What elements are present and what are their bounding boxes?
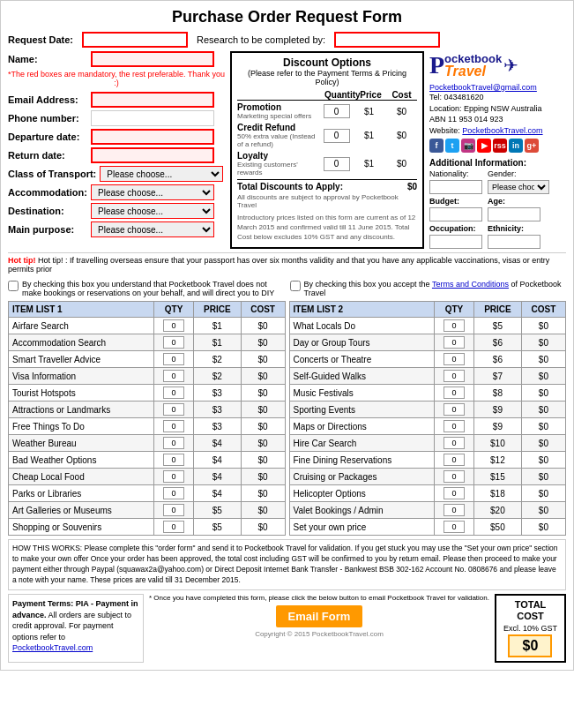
name-input[interactable] bbox=[91, 51, 214, 67]
item-qty[interactable] bbox=[154, 469, 194, 485]
discount-credit-qty[interactable] bbox=[324, 129, 350, 143]
item-qty[interactable] bbox=[435, 435, 474, 452]
class-select[interactable]: Please choose... Economy Business First … bbox=[100, 166, 223, 182]
age-label: Age: bbox=[488, 197, 540, 206]
facebook-icon[interactable]: f bbox=[429, 139, 444, 153]
discount-promotion-cost: $0 bbox=[386, 107, 417, 116]
phone-input[interactable] bbox=[91, 110, 214, 126]
item-name: Shopping or Souvenirs bbox=[9, 519, 154, 536]
checkbox2[interactable] bbox=[290, 281, 301, 291]
logo-website: Website: PocketbookTravel.com bbox=[429, 125, 543, 137]
item-price: $4 bbox=[193, 435, 241, 452]
googleplus-icon[interactable]: g+ bbox=[525, 139, 539, 153]
instagram-icon[interactable]: 📷 bbox=[461, 139, 475, 153]
item-qty[interactable] bbox=[154, 351, 194, 368]
item-name: Smart Traveller Advice bbox=[9, 351, 154, 368]
table-row: Weather Bureau $4 $0 bbox=[9, 435, 286, 452]
payment-link[interactable]: PocketbookTravel.com bbox=[12, 643, 93, 652]
item-cost: $0 bbox=[241, 385, 285, 402]
accommodation-label: Accommodation: bbox=[8, 187, 87, 198]
table-row: Valet Bookings / Admin $20 $0 bbox=[289, 502, 566, 519]
twitter-icon[interactable]: t bbox=[445, 139, 459, 153]
nationality-input[interactable] bbox=[429, 180, 482, 194]
item-qty[interactable] bbox=[154, 368, 194, 385]
item-name: Visa Information bbox=[9, 368, 154, 385]
research-label: Research to be completed by: bbox=[197, 34, 325, 45]
item-name: Art Galleries or Museums bbox=[9, 502, 154, 519]
item-cost: $0 bbox=[521, 502, 565, 519]
request-date-input[interactable] bbox=[82, 32, 188, 48]
youtube-icon[interactable]: ▶ bbox=[477, 139, 491, 153]
item-cost: $0 bbox=[521, 402, 565, 418]
item-qty[interactable] bbox=[435, 469, 474, 485]
rss-icon[interactable]: rss bbox=[493, 139, 507, 153]
item-qty[interactable] bbox=[435, 385, 474, 402]
item-qty[interactable] bbox=[154, 452, 194, 469]
item-price: $8 bbox=[473, 385, 521, 402]
item-qty[interactable] bbox=[154, 318, 194, 334]
item-qty[interactable] bbox=[154, 485, 194, 502]
email-input[interactable] bbox=[91, 92, 214, 108]
table-row: Hire Car Search $10 $0 bbox=[289, 435, 566, 452]
table-row: Concerts or Theatre $6 $0 bbox=[289, 351, 566, 368]
nationality-gender-row: Nationality: Gender: Please choose... Ma… bbox=[429, 169, 549, 194]
return-input[interactable] bbox=[91, 147, 214, 163]
item-name: Hire Car Search bbox=[289, 435, 435, 452]
purpose-select[interactable]: Please choose... Holiday Business Educat… bbox=[91, 221, 214, 237]
table-row: Tourist Hotspots $3 $0 bbox=[9, 385, 286, 402]
gender-select[interactable]: Please choose... Male Female Other bbox=[488, 180, 549, 194]
budget-label: Budget: bbox=[429, 197, 482, 206]
occupation-input[interactable] bbox=[429, 235, 482, 249]
item-qty[interactable] bbox=[435, 351, 474, 368]
item-qty[interactable] bbox=[154, 519, 194, 536]
item-cost: $0 bbox=[521, 519, 565, 536]
item-qty[interactable] bbox=[435, 334, 474, 351]
item-qty[interactable] bbox=[435, 368, 474, 385]
item-qty[interactable] bbox=[154, 334, 194, 351]
email-form-button[interactable]: Email Form bbox=[276, 605, 363, 627]
item-cost: $0 bbox=[241, 502, 285, 519]
destination-select[interactable]: Please choose... Asia Europe Americas Af… bbox=[91, 203, 214, 219]
table-row: Maps or Directions $9 $0 bbox=[289, 418, 566, 435]
departure-input[interactable] bbox=[91, 129, 214, 145]
discount-total-label: Total Discounts to Apply: bbox=[237, 182, 343, 191]
item-name: Concerts or Theatre bbox=[289, 351, 435, 368]
discount-col-cost: Cost bbox=[386, 90, 417, 100]
discount-col-item bbox=[237, 90, 324, 100]
research-date-input[interactable] bbox=[334, 32, 440, 48]
item-price: $3 bbox=[193, 385, 241, 402]
item-price: $12 bbox=[473, 452, 521, 469]
item-qty[interactable] bbox=[435, 485, 474, 502]
table-row: Smart Traveller Advice $2 $0 bbox=[9, 351, 286, 368]
item-qty[interactable] bbox=[435, 418, 474, 435]
item-qty[interactable] bbox=[154, 418, 194, 435]
discount-promotion-qty[interactable] bbox=[324, 104, 350, 118]
item-qty[interactable] bbox=[435, 318, 474, 334]
item-qty[interactable] bbox=[435, 452, 474, 469]
age-input[interactable] bbox=[488, 207, 540, 221]
item-qty[interactable] bbox=[154, 502, 194, 519]
item-price: $4 bbox=[193, 469, 241, 485]
linkedin-icon[interactable]: in bbox=[509, 139, 523, 153]
item-qty[interactable] bbox=[435, 502, 474, 519]
item-qty[interactable] bbox=[435, 519, 474, 536]
item-qty[interactable] bbox=[154, 435, 194, 452]
item-qty[interactable] bbox=[154, 402, 194, 418]
item-name: Set your own price bbox=[289, 519, 435, 536]
item-price: $15 bbox=[473, 469, 521, 485]
terms-link[interactable]: Terms and Conditions bbox=[432, 280, 509, 289]
table1-col-qty: QTY bbox=[154, 302, 194, 318]
budget-input[interactable] bbox=[429, 207, 482, 221]
total-cost-label: TOTALCOSTExcl. 10% GST bbox=[503, 599, 557, 634]
item-qty[interactable] bbox=[435, 402, 474, 418]
accommodation-select[interactable]: Please choose... Budget Standard Luxury bbox=[91, 184, 214, 200]
accommodation-row: Accommodation: Please choose... Budget S… bbox=[8, 184, 225, 200]
item-price: $4 bbox=[193, 485, 241, 502]
item-qty[interactable] bbox=[154, 385, 194, 402]
table-row: Attractions or Landmarks $3 $0 bbox=[9, 402, 286, 418]
discount-loyalty-qty[interactable] bbox=[324, 157, 350, 171]
ethnicity-input[interactable] bbox=[488, 235, 540, 249]
discount-box: Discount Options (Please refer to the Pa… bbox=[230, 51, 424, 249]
discount-note: All discounts are subject to approval by… bbox=[237, 193, 417, 209]
checkbox1[interactable] bbox=[8, 281, 19, 291]
